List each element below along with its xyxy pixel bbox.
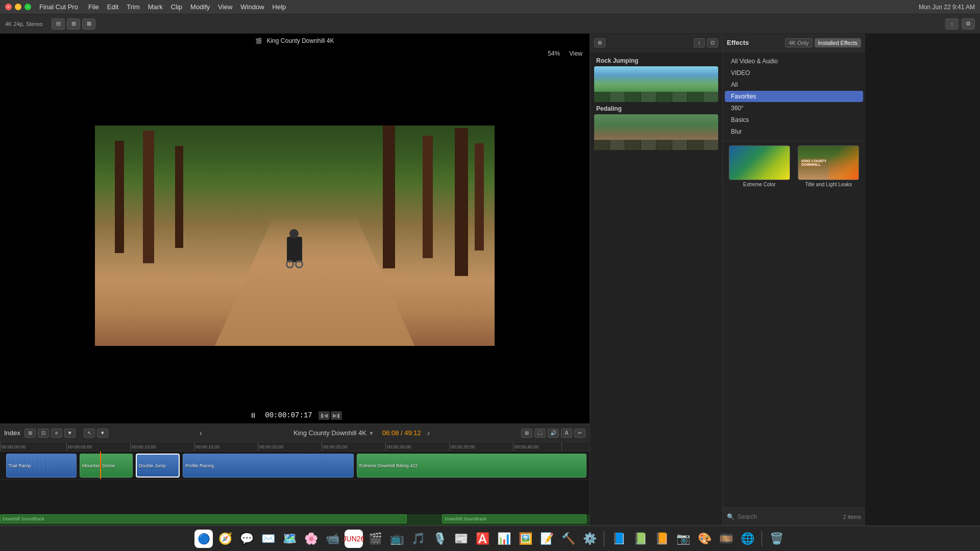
timeline-ruler: 00:00:00:00 00:00:05:00 00:00:10:00 00:0… xyxy=(0,442,590,452)
effect-light-leaks[interactable]: KING COUNTYDOWNHILL Title and Light Leak… xyxy=(796,145,862,187)
search-input[interactable] xyxy=(738,513,840,520)
fullscreen-button[interactable]: + xyxy=(24,4,31,10)
dock-news[interactable]: 📰 xyxy=(452,530,470,548)
tl-tool-arrow[interactable]: ↖ xyxy=(84,429,95,438)
filter-installed-toggle[interactable]: Installed Effects xyxy=(815,38,861,47)
dock-lightroom[interactable]: 📷 xyxy=(674,530,692,548)
tl-btn-4[interactable]: ▼ xyxy=(64,429,76,438)
dock-finder[interactable]: 🔵 xyxy=(194,530,213,548)
tl-audio[interactable]: 🔊 xyxy=(548,429,559,438)
menu-view[interactable]: View xyxy=(214,2,236,12)
tl-tool-more[interactable]: ▼ xyxy=(97,429,108,438)
dock-chrome[interactable]: 🌐 xyxy=(738,530,756,548)
menu-file[interactable]: File xyxy=(84,2,103,12)
tl-auto[interactable]: A xyxy=(561,429,572,438)
dock-mail[interactable]: ✉️ xyxy=(259,530,277,548)
timeline-tracks: Trail Ramp Mountain Drone Double Jump Pr… xyxy=(0,452,590,525)
tl-prev-btn[interactable]: ‹ xyxy=(198,429,204,438)
menu-window[interactable]: Window xyxy=(236,2,268,12)
transport-in[interactable]: ▮◀ xyxy=(318,411,330,420)
category-video[interactable]: VIDEO xyxy=(725,67,863,79)
dock-photos[interactable]: 🌸 xyxy=(302,530,320,548)
tl-dropdown-icon[interactable]: ▼ xyxy=(369,430,374,436)
menu-edit[interactable]: Edit xyxy=(103,2,122,12)
toolbar-btn-share[interactable]: ↑ xyxy=(945,18,959,30)
effects-title: Effects xyxy=(727,39,749,46)
category-blur[interactable]: Blur xyxy=(725,126,863,137)
soundtrack-clip-2[interactable]: Downhill Soundtrack xyxy=(442,514,586,523)
tl-clip[interactable]: ✂ xyxy=(574,429,585,438)
tl-btn-1[interactable]: ⊞ xyxy=(24,429,36,438)
dock-calendar[interactable]: JUN26 xyxy=(345,530,363,548)
toolbar-btn-inspector[interactable]: ⊠ xyxy=(82,18,95,30)
dock-maps[interactable]: 🗺️ xyxy=(280,530,299,548)
pedaling-thumb[interactable] xyxy=(594,114,718,150)
effect-extreme-color[interactable]: Extreme Color xyxy=(727,145,792,187)
dock-prefs[interactable]: ⚙️ xyxy=(580,530,599,548)
timeline-index[interactable]: Index xyxy=(4,429,20,437)
toolbar-btn-library[interactable]: ⊟ xyxy=(52,18,65,30)
menu-clip[interactable]: Clip xyxy=(167,2,186,12)
fcp2-icon: 🎞️ xyxy=(719,532,733,545)
toolbar-btn-browser[interactable]: ⊞ xyxy=(67,18,80,30)
dock-facetime[interactable]: 📹 xyxy=(323,530,341,548)
playhead[interactable] xyxy=(100,452,101,479)
tl-zoom-fit[interactable]: ⊞ xyxy=(521,429,532,438)
dock-safari[interactable]: 🧭 xyxy=(216,530,234,548)
dock-fcp[interactable]: 🎬 xyxy=(366,530,384,548)
preview-video[interactable] xyxy=(95,126,495,346)
media-view-btn[interactable]: ⊞ xyxy=(594,38,605,47)
toolbar-btn-settings[interactable]: ⚙ xyxy=(962,18,975,30)
dock-keynote[interactable]: 🖼️ xyxy=(516,530,534,548)
minimize-button[interactable]: − xyxy=(15,4,21,10)
menu-mark[interactable]: Mark xyxy=(144,2,167,12)
dock-photoshop[interactable]: 🎨 xyxy=(695,530,714,548)
tl-btn-2[interactable]: ⊡ xyxy=(38,429,49,438)
dock-numbers[interactable]: 📊 xyxy=(495,530,513,548)
dock-appstore[interactable]: 🅰️ xyxy=(473,530,492,548)
rock-jumping-thumb[interactable] xyxy=(594,66,718,102)
tree-6 xyxy=(455,128,468,276)
play-pause-btn[interactable]: ⏸ xyxy=(248,410,259,420)
dock-music[interactable]: 🎵 xyxy=(409,530,427,548)
tree-1 xyxy=(115,141,124,253)
timeline-timecode: 06:08 / 49:12 xyxy=(382,429,421,437)
clip-trail-ramp[interactable]: Trail Ramp xyxy=(6,454,77,478)
clip-mountain-drone[interactable]: Mountain Drone xyxy=(80,454,133,478)
tl-headphones[interactable]: 🎧 xyxy=(534,429,546,438)
menu-help[interactable]: Help xyxy=(268,2,290,12)
dock-pages[interactable]: 📝 xyxy=(537,530,556,548)
dock-messages[interactable]: 💬 xyxy=(237,530,256,548)
category-360[interactable]: 360° xyxy=(725,103,863,114)
dock-word[interactable]: 📘 xyxy=(609,530,628,548)
filter-4k-toggle[interactable]: 4K Only xyxy=(785,38,812,47)
category-basics[interactable]: Basics xyxy=(725,114,863,126)
category-all-video-audio[interactable]: All Video & Audio xyxy=(725,56,863,67)
tl-next-btn[interactable]: › xyxy=(425,429,432,438)
dock-powerpoint[interactable]: 📙 xyxy=(652,530,671,548)
clip-extreme-downhill[interactable]: Extreme Downhill Biking 422 xyxy=(357,454,586,478)
toolbar-right: ↑ ⚙ xyxy=(945,18,975,30)
wheel-front xyxy=(286,260,294,268)
zoom-level[interactable]: 54% xyxy=(545,49,563,58)
view-btn[interactable]: View xyxy=(566,49,585,58)
soundtrack-clip-1[interactable]: Downhill Soundtrack xyxy=(0,514,407,523)
clip-double-jump[interactable]: Double Jump xyxy=(136,454,180,478)
close-button[interactable]: ✕ xyxy=(5,4,12,10)
dock-excel[interactable]: 📗 xyxy=(631,530,649,548)
dock-podcasts[interactable]: 🎙️ xyxy=(430,530,449,548)
excel-icon: 📗 xyxy=(633,532,647,545)
category-favorites[interactable]: Favorites xyxy=(725,91,863,102)
dock-trash[interactable]: 🗑️ xyxy=(767,530,786,548)
media-sort-1[interactable]: ↕ xyxy=(694,38,705,47)
tl-btn-3[interactable]: ≡ xyxy=(51,429,62,438)
transport-out[interactable]: ▶▮ xyxy=(331,411,342,420)
dock-fcp2[interactable]: 🎞️ xyxy=(717,530,735,548)
dock-appletv[interactable]: 📺 xyxy=(387,530,406,548)
menu-trim[interactable]: Trim xyxy=(122,2,144,12)
media-sort-2[interactable]: ⊡ xyxy=(707,38,718,47)
clip-profile-racing[interactable]: Profile Racing xyxy=(183,454,354,478)
dock-xcodedev[interactable]: 🔨 xyxy=(559,530,577,548)
category-all[interactable]: All xyxy=(725,79,863,90)
menu-modify[interactable]: Modify xyxy=(186,2,214,12)
